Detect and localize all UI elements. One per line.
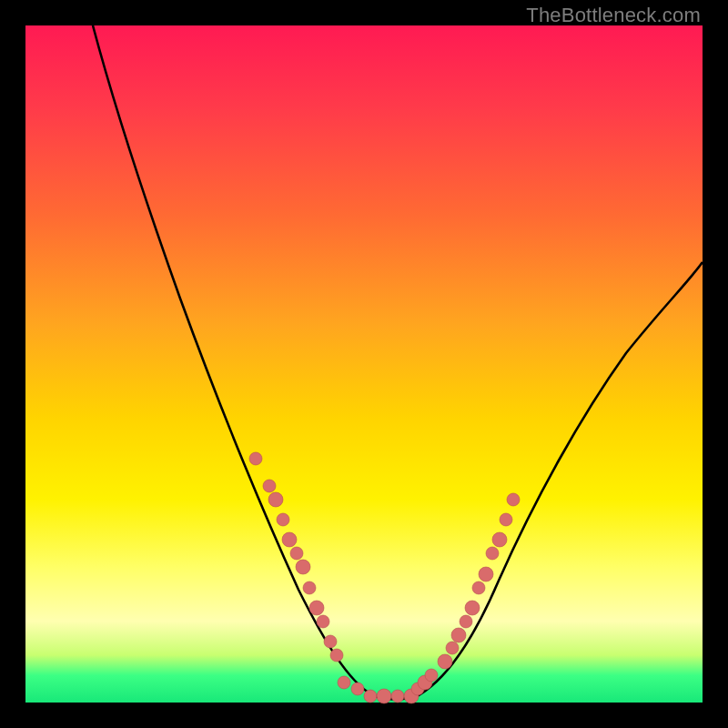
scatter-dot xyxy=(324,635,337,648)
scatter-dot xyxy=(507,493,520,506)
scatter-dot xyxy=(317,615,329,628)
scatter-dot xyxy=(472,581,485,594)
scatter-dot xyxy=(303,581,316,594)
plot-area xyxy=(25,25,703,703)
scatter-dot xyxy=(268,492,283,507)
scatter-dot xyxy=(465,601,480,615)
scatter-dot xyxy=(249,452,262,465)
scatter-dot xyxy=(309,601,324,615)
scatter-dot xyxy=(486,547,499,560)
scatter-dot xyxy=(296,560,310,574)
chart-svg xyxy=(25,25,703,703)
scatter-dot xyxy=(451,628,466,642)
main-curve xyxy=(93,25,703,699)
scatter-group xyxy=(249,452,520,703)
watermark-text: TheBottleneck.com xyxy=(526,4,701,27)
chart-frame: TheBottleneck.com xyxy=(0,0,728,728)
scatter-dot xyxy=(377,689,391,703)
scatter-dot xyxy=(460,615,472,628)
scatter-dot xyxy=(446,642,459,654)
scatter-dot xyxy=(330,649,343,662)
scatter-dot xyxy=(479,567,493,581)
scatter-dot xyxy=(364,690,377,703)
scatter-dot xyxy=(338,676,350,689)
scatter-dot xyxy=(500,513,512,526)
scatter-dot xyxy=(290,547,303,560)
scatter-dot xyxy=(391,690,404,703)
scatter-dot xyxy=(282,532,297,547)
scatter-dot xyxy=(263,480,276,492)
scatter-dot xyxy=(438,654,452,669)
scatter-dot xyxy=(277,513,289,526)
scatter-dot xyxy=(492,532,507,547)
scatter-dot xyxy=(425,669,438,682)
scatter-dot xyxy=(351,682,364,695)
